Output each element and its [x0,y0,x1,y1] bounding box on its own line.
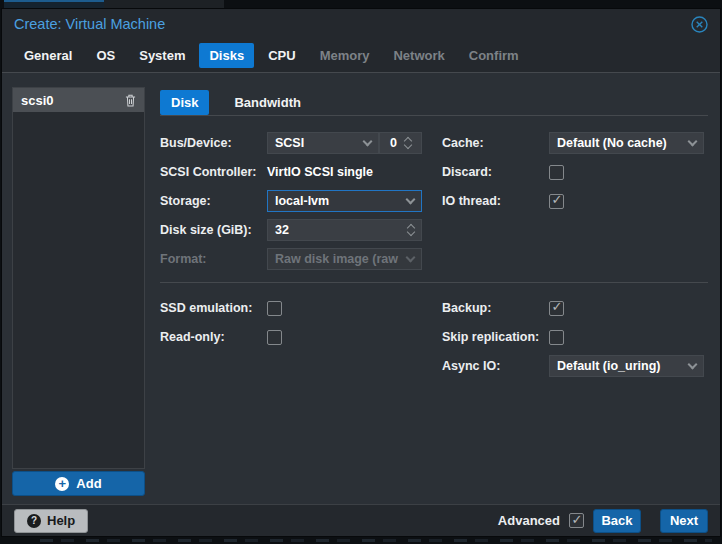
dialog-title: Create: Virtual Machine [14,16,165,32]
footer-actions: Advanced Back Next [498,509,708,533]
format-value: Raw disk image (raw [275,252,407,266]
device-spinner[interactable] [405,138,411,148]
bus-value: SCSI [275,136,364,150]
cache-combobox[interactable]: Default (No cache) [549,132,704,154]
cache-label: Cache: [442,136,549,150]
backup-checkbox[interactable] [549,301,564,316]
storage-label: Storage: [160,194,267,208]
advanced-checkbox[interactable] [569,513,584,528]
skip-replication-label: Skip replication: [442,330,549,344]
disk-subtab-bar: Disk Bandwidth [160,90,312,115]
cache-row: Cache: Default (No cache) [442,132,710,154]
async-io-value: Default (io_uring) [557,359,689,373]
tab-system[interactable]: System [129,43,195,68]
disk-size-value: 32 [275,223,404,237]
read-only-row: Read-only: [160,326,428,348]
ssd-emulation-row: SSD emulation: [160,297,428,319]
read-only-label: Read-only: [160,330,267,344]
add-disk-button[interactable]: + Add [12,471,145,496]
tab-network: Network [383,43,454,68]
tab-memory: Memory [310,43,380,68]
format-combobox: Raw disk image (raw [267,248,422,270]
advanced-column-left: SSD emulation: Read-only: [160,297,428,355]
subtab-separator [160,115,708,116]
discard-checkbox[interactable] [549,165,564,180]
scsi-controller-label: SCSI Controller: [160,165,267,179]
chevron-down-icon [688,359,698,369]
chevron-down-icon [406,252,416,262]
advanced-label: Advanced [498,513,560,528]
help-label: Help [47,513,75,528]
form-column-left: Bus/Device: SCSI 0 SCSI Controller: Virt… [160,132,428,277]
skip-replication-row: Skip replication: [442,326,710,348]
create-vm-dialog: Create: Virtual Machine General OS Syste… [1,8,721,537]
close-icon[interactable] [691,16,708,33]
back-button[interactable]: Back [593,509,641,533]
form-column-right: Cache: Default (No cache) Discard: IO th… [442,132,710,219]
device-number-field[interactable]: 0 [379,132,422,154]
storage-value: local-lvm [275,194,407,208]
skip-replication-checkbox[interactable] [549,330,564,345]
chevron-down-icon [363,136,373,146]
tab-confirm: Confirm [459,43,529,68]
tab-disks[interactable]: Disks [199,43,254,68]
discard-row: Discard: [442,161,710,183]
io-thread-label: IO thread: [442,194,549,208]
background-page-fragment [104,0,224,8]
backup-label: Backup: [442,301,549,315]
chevron-down-icon [406,194,416,204]
trash-icon[interactable] [125,94,136,107]
background-page-fragment-bottom [0,537,722,544]
disk-list-item-scsi0[interactable]: scsi0 [13,88,144,112]
storage-combobox[interactable]: local-lvm [267,190,422,212]
tab-general[interactable]: General [14,43,82,68]
bus-device-label: Bus/Device: [160,136,267,150]
discard-label: Discard: [442,165,549,179]
add-button-label: Add [76,476,101,491]
disk-item-label: scsi0 [21,93,54,108]
plus-circle-icon: + [55,477,69,491]
ssd-emulation-checkbox[interactable] [267,301,282,316]
disk-size-spinner[interactable] [408,225,414,235]
async-io-row: Async IO: Default (io_uring) [442,355,710,377]
io-thread-row: IO thread: [442,190,710,212]
wizard-tab-bar: General OS System Disks CPU Memory Netwo… [2,39,720,73]
device-number-value: 0 [390,136,397,150]
bus-combobox[interactable]: SCSI [267,132,379,154]
disk-size-field[interactable]: 32 [267,219,422,241]
scsi-controller-value: VirtIO SCSI single [267,165,373,179]
async-io-label: Async IO: [442,359,549,373]
storage-row: Storage: local-lvm [160,190,428,212]
advanced-section-separator [160,282,708,283]
advanced-column-right: Backup: Skip replication: Async IO: Defa… [442,297,710,384]
help-button[interactable]: ? Help [14,509,88,533]
format-label: Format: [160,252,267,266]
next-button[interactable]: Next [660,509,708,533]
backup-row: Backup: [442,297,710,319]
dialog-titlebar: Create: Virtual Machine [2,9,720,39]
disk-list-panel: scsi0 [12,87,145,469]
scsi-controller-row: SCSI Controller: VirtIO SCSI single [160,161,428,183]
background-page-tab [4,0,104,8]
cache-value: Default (No cache) [557,136,689,150]
tab-os[interactable]: OS [86,43,125,68]
ssd-emulation-label: SSD emulation: [160,301,267,315]
question-icon: ? [27,514,41,528]
dialog-footer: ? Help Advanced Back Next [2,504,720,536]
subtab-disk[interactable]: Disk [160,90,209,115]
chevron-down-icon [688,136,698,146]
disk-size-label: Disk size (GiB): [160,223,267,237]
disk-size-row: Disk size (GiB): 32 [160,219,428,241]
read-only-checkbox[interactable] [267,330,282,345]
subtab-bandwidth[interactable]: Bandwidth [223,90,311,115]
format-row: Format: Raw disk image (raw [160,248,428,270]
bus-device-row: Bus/Device: SCSI 0 [160,132,428,154]
tab-cpu[interactable]: CPU [258,43,305,68]
io-thread-checkbox[interactable] [549,194,564,209]
async-io-combobox[interactable]: Default (io_uring) [549,355,704,377]
